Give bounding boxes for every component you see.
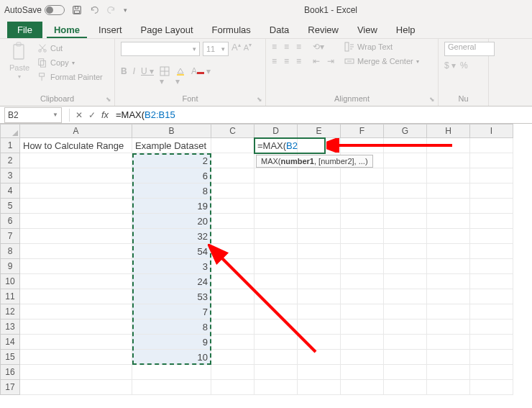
cell[interactable] — [427, 199, 470, 214]
cell[interactable] — [470, 168, 513, 183]
cell[interactable] — [254, 199, 298, 214]
row-header[interactable]: 4 — [0, 183, 20, 199]
cell[interactable] — [341, 289, 384, 304]
cell[interactable] — [341, 244, 384, 259]
fx-icon[interactable]: fx — [98, 109, 111, 120]
cell[interactable] — [427, 214, 470, 229]
cell[interactable] — [341, 365, 384, 380]
cell[interactable] — [211, 289, 254, 304]
cell[interactable] — [20, 168, 132, 183]
cell[interactable] — [427, 289, 470, 304]
row-header[interactable]: 8 — [0, 244, 20, 259]
tab-insert[interactable]: Insert — [91, 22, 129, 38]
cell[interactable] — [427, 380, 470, 395]
cell[interactable]: 3 — [132, 259, 211, 274]
cell[interactable] — [211, 153, 254, 168]
cell[interactable] — [384, 319, 427, 335]
cell[interactable] — [20, 229, 132, 244]
fill-color-button[interactable]: ▾ — [175, 66, 185, 86]
row-header[interactable]: 14 — [0, 335, 20, 350]
cell[interactable]: 9 — [132, 335, 211, 350]
row-header[interactable]: 5 — [0, 199, 20, 214]
column-header[interactable]: H — [427, 124, 470, 138]
border-button[interactable]: ▾ — [160, 66, 170, 86]
cell[interactable] — [341, 168, 384, 183]
currency-icon[interactable]: $ ▾ — [444, 60, 456, 71]
cell[interactable] — [470, 350, 513, 365]
cell[interactable] — [20, 289, 132, 304]
cell[interactable] — [384, 335, 427, 350]
cell[interactable] — [20, 304, 132, 319]
cell[interactable] — [254, 214, 298, 229]
tab-home[interactable]: Home — [47, 22, 87, 38]
underline-button[interactable]: U ▾ — [141, 66, 154, 86]
cell[interactable] — [211, 199, 254, 214]
cell[interactable] — [254, 319, 298, 335]
cell[interactable] — [341, 304, 384, 319]
row-header[interactable]: 10 — [0, 274, 20, 289]
cell[interactable] — [298, 168, 341, 183]
row-header[interactable]: 1 — [0, 138, 20, 153]
cell[interactable] — [470, 138, 513, 153]
cell[interactable] — [384, 365, 427, 380]
formula-input[interactable]: =MAX(B2:B15 — [111, 109, 532, 120]
cell[interactable] — [470, 319, 513, 335]
cell[interactable] — [384, 153, 427, 168]
column-header[interactable]: A — [20, 124, 132, 138]
cell[interactable]: Example Dataset — [132, 138, 211, 153]
column-header[interactable]: C — [211, 124, 254, 138]
row-header[interactable]: 13 — [0, 319, 20, 335]
decrease-font-icon[interactable]: A▾ — [244, 42, 252, 56]
cell[interactable] — [211, 229, 254, 244]
cell[interactable] — [470, 365, 513, 380]
cell[interactable] — [470, 335, 513, 350]
cell[interactable] — [470, 244, 513, 259]
tab-file[interactable]: File — [7, 22, 42, 38]
cell[interactable] — [211, 259, 254, 274]
cell[interactable] — [298, 214, 341, 229]
cell[interactable] — [20, 274, 132, 289]
cell[interactable]: 20 — [132, 214, 211, 229]
column-header[interactable]: I — [470, 124, 513, 138]
cell[interactable] — [470, 289, 513, 304]
cell[interactable] — [254, 274, 298, 289]
cell[interactable]: 32 — [132, 229, 211, 244]
cell[interactable] — [20, 214, 132, 229]
cell[interactable] — [211, 365, 254, 380]
tab-view[interactable]: View — [350, 22, 385, 38]
cell[interactable] — [341, 199, 384, 214]
redo-icon[interactable] — [106, 5, 116, 15]
cells-area[interactable]: How to Calculate RangeExample Dataset=MA… — [20, 138, 513, 395]
cell[interactable] — [254, 244, 298, 259]
cell[interactable] — [384, 380, 427, 395]
font-family-select[interactable]: ▾ — [121, 42, 200, 56]
cell[interactable] — [427, 153, 470, 168]
cell[interactable]: How to Calculate Range — [20, 138, 132, 153]
align-bottom-icon[interactable]: ≡ — [296, 42, 301, 52]
percent-icon[interactable]: % — [460, 60, 468, 71]
cell[interactable]: 8 — [132, 183, 211, 199]
cell[interactable] — [211, 335, 254, 350]
cell[interactable] — [470, 380, 513, 395]
cell[interactable] — [254, 365, 298, 380]
cell[interactable] — [427, 229, 470, 244]
cell[interactable] — [298, 335, 341, 350]
cell[interactable] — [384, 168, 427, 183]
cell[interactable] — [427, 350, 470, 365]
cell[interactable] — [20, 319, 132, 335]
cell[interactable] — [341, 183, 384, 199]
cell[interactable] — [132, 365, 211, 380]
cell[interactable] — [298, 319, 341, 335]
cell[interactable] — [427, 304, 470, 319]
cancel-icon[interactable]: ✕ — [73, 110, 86, 120]
column-header[interactable]: E — [298, 124, 341, 138]
cell[interactable] — [211, 214, 254, 229]
cell[interactable] — [298, 274, 341, 289]
cell[interactable] — [384, 274, 427, 289]
cell[interactable] — [384, 183, 427, 199]
cell[interactable] — [298, 380, 341, 395]
row-header[interactable]: 12 — [0, 304, 20, 319]
cell[interactable]: 7 — [132, 304, 211, 319]
cut-button[interactable]: Cut — [37, 42, 103, 55]
enter-icon[interactable]: ✓ — [86, 110, 98, 120]
